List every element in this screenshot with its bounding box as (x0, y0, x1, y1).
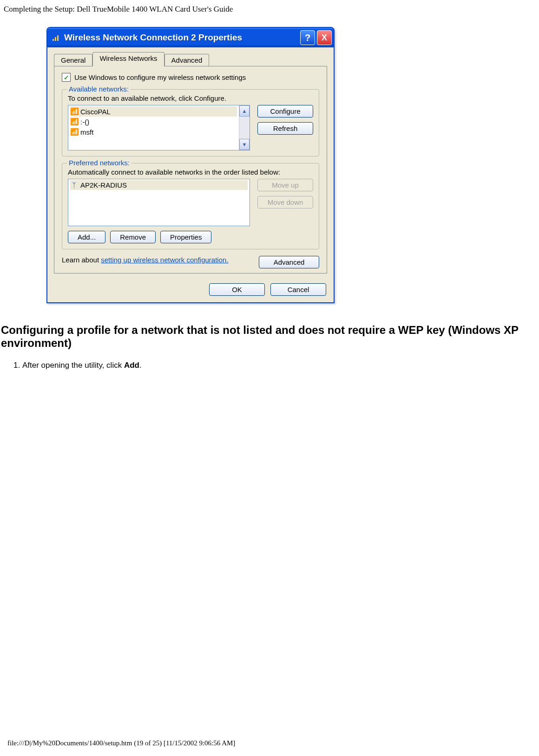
list-item: 📶:-() (70, 117, 237, 127)
available-hint: To connect to an available network, clic… (68, 94, 313, 102)
section-heading: Configuring a profile for a network that… (0, 324, 539, 350)
list-item: ᛉAP2K-RADIUS (70, 180, 248, 190)
svg-rect-0 (53, 39, 54, 41)
preferred-hint: Automatically connect to available netwo… (68, 168, 313, 176)
available-networks-group: Available networks: To connect to an ava… (62, 89, 319, 156)
scrollbar[interactable]: ▲ ▼ (239, 105, 250, 150)
antenna-icon: 📶 (70, 117, 78, 126)
antenna-icon: 📶 (70, 128, 78, 136)
preferred-legend: Preferred networks: (67, 159, 131, 167)
use-windows-checkbox[interactable]: ✓ (62, 73, 71, 82)
properties-dialog: Wireless Network Connection 2 Properties… (46, 27, 335, 303)
svg-rect-2 (57, 35, 59, 41)
dialog-title: Wireless Network Connection 2 Properties (64, 33, 300, 43)
tab-panel: ✓ Use Windows to configure my wireless n… (54, 66, 327, 274)
help-button[interactable]: ? (300, 30, 315, 45)
move-down-button: Move down (257, 196, 313, 209)
steps-list: After opening the utility, click Add. (22, 361, 539, 370)
scroll-down-icon[interactable]: ▼ (239, 139, 250, 150)
add-button[interactable]: Add... (68, 231, 105, 243)
close-button[interactable]: X (317, 30, 332, 45)
learn-text: Learn about setting up wireless network … (62, 256, 229, 264)
move-up-button: Move up (257, 179, 313, 191)
svg-rect-1 (55, 37, 56, 41)
available-legend: Available networks: (67, 85, 131, 93)
advanced-button[interactable]: Advanced (259, 256, 319, 268)
preferred-networks-group: Preferred networks: Automatically connec… (62, 163, 319, 249)
scroll-up-icon[interactable]: ▲ (239, 105, 250, 117)
ok-button[interactable]: OK (209, 283, 265, 296)
properties-button[interactable]: Properties (160, 231, 211, 243)
configure-button[interactable]: Configure (257, 105, 313, 117)
doc-header: Completing the Setup: Dell TrueMobile 14… (0, 5, 539, 14)
antenna-icon: ᛉ (70, 181, 78, 189)
step-1: After opening the utility, click Add. (22, 361, 539, 370)
refresh-button[interactable]: Refresh (257, 122, 313, 135)
preferred-networks-list[interactable]: ᛉAP2K-RADIUS (68, 179, 250, 226)
setup-link[interactable]: setting up wireless network configuratio… (101, 256, 228, 264)
available-networks-list[interactable]: 📶CiscoPAL 📶:-() 📶msft ▲ ▼ (68, 105, 250, 150)
list-item: 📶msft (70, 127, 237, 137)
tab-wireless-networks[interactable]: Wireless Networks (92, 52, 164, 66)
list-item: 📶CiscoPAL (70, 106, 237, 117)
use-windows-label: Use Windows to configure my wireless net… (74, 73, 246, 81)
titlebar: Wireless Network Connection 2 Properties… (47, 28, 334, 47)
dialog-footer: OK Cancel (47, 279, 334, 302)
tabstrip: General Wireless Networks Advanced (47, 47, 334, 66)
antenna-icon: 📶 (70, 107, 78, 116)
remove-button[interactable]: Remove (110, 231, 156, 243)
cancel-button[interactable]: Cancel (270, 283, 326, 296)
wireless-icon (51, 33, 60, 42)
